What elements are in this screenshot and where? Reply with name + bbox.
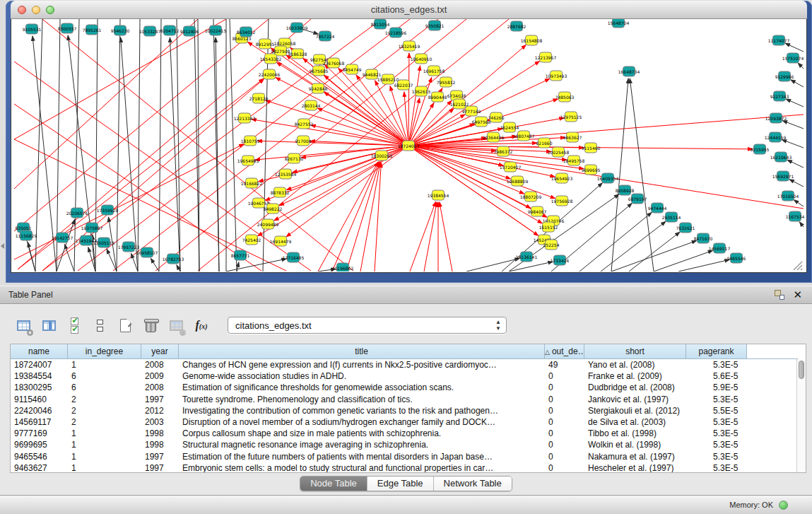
graph-node[interactable]: 252254 — [543, 240, 560, 250]
tab-network-table[interactable]: Network Table — [434, 477, 512, 491]
graph-node[interactable]: 9463627 — [563, 132, 582, 142]
graph-node[interactable]: 7425402 — [242, 235, 261, 245]
graph-node[interactable]: 8471670 — [694, 233, 713, 243]
table-row[interactable]: 977716911998Corpus callosum shape and si… — [11, 428, 806, 439]
graph-node[interactable]: 16154808 — [521, 35, 543, 45]
graph-node[interactable]: 20206576 — [66, 208, 88, 218]
graph-node[interactable]: 17016504 — [777, 191, 799, 201]
graph-node[interactable]: 19756928 — [551, 196, 573, 206]
memory-status-indicator[interactable] — [779, 501, 788, 510]
graph-node[interactable]: 19218596 — [385, 28, 407, 37]
graph-node[interactable]: 1733426 — [551, 255, 570, 265]
graph-node[interactable]: 8912955 — [256, 39, 275, 49]
graph-node[interactable]: 9105531 — [23, 24, 42, 34]
column-header-indegree[interactable]: in_degree — [68, 344, 141, 359]
graph-node[interactable]: 2803144 — [302, 100, 321, 110]
graph-node[interactable]: 19654985 — [237, 156, 259, 165]
graph-node[interactable]: 1167534 — [786, 211, 805, 221]
minimize-window-icon[interactable] — [32, 6, 40, 14]
node-attribute-table[interactable]: namein_degreeyeartitle△out_de…shortpager… — [10, 344, 806, 473]
table-settings-button[interactable] — [14, 316, 33, 334]
graph-node[interactable]: 15648704 — [608, 19, 630, 28]
table-row[interactable]: 969969511998Structural magnetic resonanc… — [11, 439, 806, 450]
graph-node[interactable]: 9350821 — [425, 21, 445, 30]
tab-edge-table[interactable]: Edge Table — [367, 477, 434, 491]
column-header-outde[interactable]: △out_de… — [545, 344, 584, 359]
graph-node[interactable]: 18325419 — [399, 41, 420, 51]
table-row[interactable]: 911546021997Tourette syndrome. Phenomeno… — [11, 394, 806, 405]
graph-node[interactable]: 8813054 — [371, 19, 390, 29]
graph-node[interactable]: 7955812 — [437, 77, 456, 87]
close-panel-icon[interactable]: ✕ — [793, 290, 802, 300]
graph-node[interactable]: 15751074 — [782, 53, 804, 63]
graph-node[interactable]: 12093872 — [765, 113, 787, 123]
table-row[interactable]: 2242004622012Investigating the contribut… — [11, 405, 806, 416]
table-row[interactable]: 1872400712008Changes of HCN gene express… — [11, 359, 806, 370]
graph-node[interactable]: 10022415 — [205, 25, 227, 35]
graph-node[interactable]: 10025458 — [548, 147, 570, 157]
select-columns-button[interactable] — [65, 316, 83, 334]
graph-node[interactable]: 2718120 — [249, 93, 269, 103]
graph-node[interactable]: 14569117 — [709, 243, 731, 253]
graph-node[interactable]: 7857224 — [316, 31, 335, 41]
graph-node[interactable]: 7632621 — [676, 223, 695, 233]
graph-node[interactable]: 16914479 — [270, 236, 292, 246]
graph-node[interactable]: 9115460 — [582, 143, 601, 153]
graph-node[interactable]: 8990448 — [428, 92, 447, 102]
graph-node[interactable]: 12353584 — [275, 169, 297, 179]
show-column-button[interactable] — [40, 316, 58, 334]
graph-node[interactable]: 8878332 — [271, 187, 290, 197]
table-row[interactable]: 946554611997Estimation of the future num… — [11, 451, 806, 462]
row-options-button[interactable] — [90, 316, 109, 334]
graph-node[interactable]: 9465546 — [727, 253, 746, 263]
graph-node[interactable]: 2935114 — [662, 212, 681, 222]
graph-node[interactable]: 8300557 — [58, 23, 77, 33]
scrollbar-thumb[interactable] — [799, 361, 804, 379]
tab-node-table[interactable]: Node Table — [300, 477, 367, 491]
function-builder-button[interactable]: f(x) — [192, 316, 211, 334]
graph-node[interactable]: 7895261 — [83, 25, 102, 35]
graph-node[interactable]: 9699695 — [582, 165, 601, 175]
splitter-collapse-icon[interactable] — [1, 243, 4, 249]
column-header-pagerank[interactable]: pagerank — [686, 344, 747, 359]
close-window-icon[interactable] — [18, 6, 26, 14]
graph-node[interactable]: 9227343 — [770, 91, 789, 101]
graph-node[interactable]: 15692971 — [772, 171, 794, 181]
graph-node[interactable]: 22420046 — [259, 69, 281, 79]
graph-node[interactable]: 16958107 — [136, 247, 158, 257]
graph-node[interactable]: 917004 — [295, 136, 312, 146]
float-panel-icon[interactable] — [775, 290, 784, 300]
network-window-titlebar[interactable]: citations_edges.txt — [11, 1, 807, 19]
zoom-window-icon[interactable] — [46, 6, 54, 14]
graph-node[interactable]: 8186328 — [288, 49, 307, 59]
network-canvas[interactable]: 1872400786601238912955182260589827508165… — [11, 19, 807, 273]
table-row[interactable]: 946362711997Embryonic stem cells: a mode… — [11, 462, 806, 473]
graph-node[interactable]: 19384554 — [428, 190, 449, 200]
graph-node[interactable]: 12213967 — [535, 52, 557, 62]
graph-node[interactable]: 8215955 — [751, 144, 770, 154]
citation-network-graph[interactable]: 1872400786601238912955182260589827508165… — [11, 19, 806, 271]
graph-node[interactable]: 18495758 — [563, 156, 585, 165]
graph-node[interactable]: 8204712 — [160, 25, 180, 35]
graph-node[interactable]: 8454749 — [343, 64, 362, 74]
graph-node[interactable]: 2887682 — [507, 21, 526, 31]
new-table-button[interactable] — [116, 316, 134, 334]
table-row[interactable]: 1456911722003Disruption of a novel membe… — [11, 416, 806, 428]
graph-node[interactable]: 3624554 — [500, 122, 519, 132]
graph-node[interactable]: 16409354 — [597, 173, 619, 183]
graph-node[interactable]: 12444159 — [765, 132, 787, 142]
vertical-scrollbar[interactable] — [796, 359, 806, 472]
graph-node[interactable]: 17359928 — [97, 205, 119, 215]
graph-node[interactable]: 16648734 — [618, 66, 640, 76]
column-header-short[interactable]: short — [584, 344, 686, 359]
delete-table-button[interactable] — [141, 316, 160, 334]
graph-node[interactable]: 12213343 — [234, 113, 256, 123]
graph-node[interactable]: 10688809 — [507, 176, 529, 186]
graph-node[interactable]: 13716485 — [283, 252, 305, 262]
graph-node[interactable]: 8267130 — [285, 153, 304, 163]
graph-node[interactable]: 7485063 — [555, 92, 575, 102]
column-header-title[interactable]: title — [179, 344, 545, 359]
graph-node[interactable]: 10533287 — [139, 26, 161, 36]
column-header-name[interactable]: name — [11, 344, 68, 359]
graph-node[interactable]: 16961758 — [423, 66, 445, 76]
